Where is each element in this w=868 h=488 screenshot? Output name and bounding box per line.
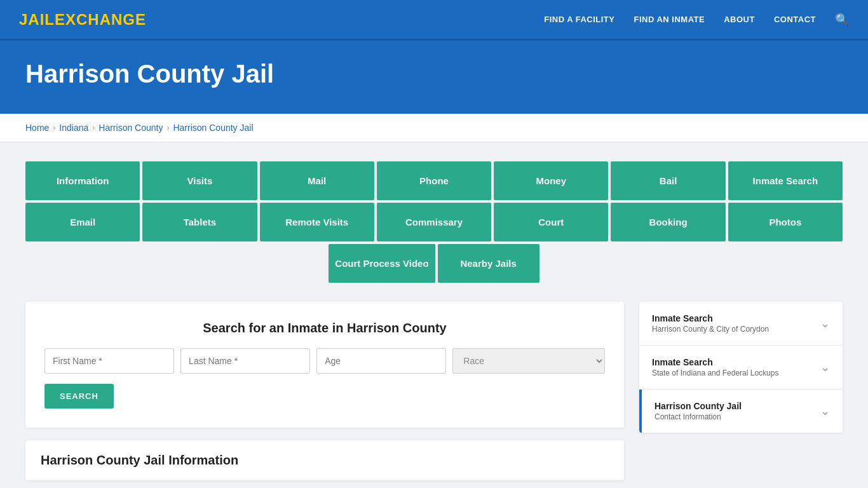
bail-btn[interactable]: Bail: [611, 161, 725, 200]
first-name-input[interactable]: [44, 348, 174, 374]
email-btn[interactable]: Email: [25, 203, 140, 241]
phone-btn[interactable]: Phone: [377, 161, 491, 200]
lower-section: Search for an Inmate in Harrison County …: [25, 302, 843, 480]
search-fields: Race White Black Hispanic Asian Other: [44, 348, 605, 374]
content-area: Information Visits Mail Phone Money Bail…: [0, 142, 868, 488]
money-btn[interactable]: Money: [494, 161, 608, 200]
button-grid-row2: Email Tablets Remote Visits Commissary C…: [25, 203, 843, 241]
search-box: Search for an Inmate in Harrison County …: [25, 302, 624, 428]
contact-link[interactable]: CONTACT: [774, 15, 816, 24]
photos-btn[interactable]: Photos: [728, 203, 843, 241]
logo-text-jail: JAIL: [19, 11, 55, 28]
info-title: Harrison County Jail Information: [41, 453, 609, 468]
nearby-jails-btn[interactable]: Nearby Jails: [438, 244, 539, 283]
sidebar-inmate-search-1[interactable]: Inmate Search Harrison County & City of …: [639, 302, 843, 346]
sidebar-item-title-2: Inmate Search: [652, 357, 778, 367]
harrison-jail-breadcrumb: Harrison County Jail: [173, 123, 253, 133]
commissary-btn[interactable]: Commissary: [377, 203, 491, 241]
mail-btn[interactable]: Mail: [260, 161, 374, 200]
court-btn[interactable]: Court: [494, 203, 608, 241]
sidebar-item-title-1: Inmate Search: [652, 313, 769, 323]
button-grid-row3: Court Process Video Nearby Jails: [25, 244, 843, 283]
booking-btn[interactable]: Booking: [611, 203, 725, 241]
sidebar-contact-info[interactable]: Harrison County Jail Contact Information…: [639, 390, 843, 433]
last-name-input[interactable]: [180, 348, 310, 374]
age-input[interactable]: [316, 348, 446, 374]
sidebar-item-sub-2: State of Indiana and Federal Lockups: [652, 369, 778, 377]
breadcrumb-sep-1: ›: [53, 123, 55, 132]
sidebar-item-sub-1: Harrison County & City of Corydon: [652, 325, 769, 334]
visits-btn[interactable]: Visits: [142, 161, 257, 200]
breadcrumb-sep-2: ›: [92, 123, 95, 132]
tablets-btn[interactable]: Tablets: [142, 203, 257, 241]
court-process-video-btn[interactable]: Court Process Video: [329, 244, 435, 283]
navbar: JAILEXCHANGE FIND A FACILITY FIND AN INM…: [0, 0, 868, 41]
find-facility-link[interactable]: FIND A FACILITY: [544, 15, 614, 24]
chevron-down-icon-2: ⌄: [820, 360, 830, 374]
search-title: Search for an Inmate in Harrison County: [44, 321, 605, 336]
info-section: Harrison County Jail Information: [25, 440, 624, 480]
button-grid-row1: Information Visits Mail Phone Money Bail…: [25, 161, 843, 200]
remote-visits-btn[interactable]: Remote Visits: [260, 203, 374, 241]
nav-links: FIND A FACILITY FIND AN INMATE ABOUT CON…: [544, 13, 849, 27]
hero-section: Harrison County Jail: [0, 41, 868, 114]
search-button[interactable]: SEARCH: [44, 384, 114, 409]
page-title: Harrison County Jail: [25, 60, 843, 88]
chevron-down-icon-3: ⌄: [820, 404, 830, 418]
find-inmate-link[interactable]: FIND AN INMATE: [634, 15, 705, 24]
breadcrumb-bar: Home › Indiana › Harrison County › Harri…: [0, 114, 868, 142]
site-logo: JAILEXCHANGE: [19, 11, 146, 29]
logo-text-xchange: XCHANGE: [65, 11, 146, 28]
sidebar-inmate-search-2[interactable]: Inmate Search State of Indiana and Feder…: [639, 346, 843, 390]
home-breadcrumb[interactable]: Home: [25, 123, 49, 133]
indiana-breadcrumb[interactable]: Indiana: [59, 123, 88, 133]
search-icon[interactable]: 🔍: [835, 13, 849, 27]
chevron-down-icon-1: ⌄: [820, 316, 830, 330]
information-btn[interactable]: Information: [25, 161, 140, 200]
inmate-search-btn[interactable]: Inmate Search: [728, 161, 843, 200]
sidebar-item-title-3: Harrison County Jail: [654, 401, 742, 411]
sidebar: Inmate Search Harrison County & City of …: [639, 302, 843, 433]
about-link[interactable]: ABOUT: [724, 15, 755, 24]
race-select[interactable]: Race White Black Hispanic Asian Other: [452, 348, 605, 374]
harrison-county-breadcrumb[interactable]: Harrison County: [98, 123, 163, 133]
breadcrumb: Home › Indiana › Harrison County › Harri…: [25, 123, 843, 133]
logo-highlight: E: [55, 11, 65, 28]
sidebar-item-sub-3: Contact Information: [654, 412, 742, 421]
breadcrumb-sep-3: ›: [166, 123, 169, 132]
